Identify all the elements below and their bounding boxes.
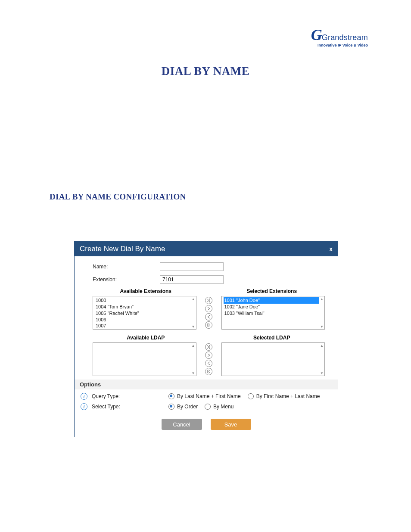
selected-extensions-wrap: 1001 "John Doe"1002 "Jane Doe"1003 "Will… [221, 296, 325, 330]
query-type-label: Query Type: [92, 393, 165, 399]
radio-button[interactable] [248, 393, 254, 399]
scroll-up-icon[interactable]: ▲ [319, 343, 324, 348]
section-heading: DIAL BY NAME CONFIGURATION [50, 192, 411, 202]
list-item[interactable]: 1007 [95, 323, 191, 329]
list-item[interactable]: 1003 "William Tsai" [224, 310, 320, 317]
move-left-button[interactable] [205, 360, 212, 367]
create-dial-by-name-dialog: Create New Dial By Name x Name: Extensio… [74, 241, 338, 437]
name-row: Name: [93, 262, 325, 271]
available-ldap-heading: Available LDAP [93, 335, 199, 341]
scroll-down-icon[interactable]: ▼ [191, 370, 196, 376]
selected-extensions-heading: Selected Extensions [219, 288, 325, 294]
info-icon[interactable]: i [81, 403, 87, 410]
radio-label: By Last Name + First Name [177, 393, 241, 399]
extensions-headings: Available Extensions Selected Extensions [93, 288, 325, 294]
scroll-up-icon[interactable]: ▲ [191, 296, 196, 302]
extension-label: Extension: [93, 277, 160, 283]
cancel-button[interactable]: Cancel [162, 419, 202, 430]
ldap-headings: Available LDAP Selected LDAP [93, 335, 325, 341]
radio-button[interactable] [168, 404, 174, 410]
list-item[interactable]: 1004 "Tom Bryan" [95, 304, 191, 310]
info-icon[interactable]: i [81, 393, 87, 400]
move-all-left-button[interactable] [205, 321, 212, 329]
move-all-right-button[interactable] [205, 297, 212, 304]
page-title: DIAL BY NAME [0, 65, 411, 78]
list-item[interactable]: 1000 [95, 297, 191, 304]
ldap-transfer-buttons [196, 343, 221, 375]
available-ldap-wrap: ▲ ▼ [93, 342, 196, 376]
scroll-down-icon[interactable]: ▼ [191, 324, 196, 329]
scroll-down-icon[interactable]: ▼ [319, 324, 324, 329]
dialog-title: Create New Dial By Name [80, 245, 165, 253]
move-all-right-button[interactable] [205, 343, 212, 351]
scroll-down-icon[interactable]: ▼ [319, 370, 324, 376]
ldap-dual-list: ▲ ▼ ▲ ▼ [93, 342, 325, 376]
save-button[interactable]: Save [211, 419, 251, 430]
dialog-footer: Cancel Save [75, 414, 338, 437]
scroll-up-icon[interactable]: ▲ [319, 296, 324, 302]
radio-label: By Menu [213, 404, 234, 410]
move-right-button[interactable] [205, 305, 212, 312]
scroll-up-icon[interactable]: ▲ [191, 343, 196, 348]
extensions-transfer-buttons [196, 297, 221, 329]
radio-label: By First Name + Last Name [256, 393, 320, 399]
extensions-dual-list: 10001004 "Tom Bryan"1005 "Rachel White"1… [93, 296, 325, 330]
close-icon[interactable]: x [329, 246, 333, 252]
move-right-button[interactable] [205, 352, 212, 359]
query-type-row: i Query Type: By Last Name + First NameB… [81, 393, 325, 400]
list-item[interactable]: 1005 "Rachel White" [95, 310, 191, 317]
available-ldap-listbox[interactable] [93, 342, 196, 376]
brand-logo: GGrandstream Innovative IP Voice & Video [311, 26, 368, 47]
selected-ldap-listbox[interactable] [221, 342, 325, 376]
radio-button[interactable] [205, 404, 211, 410]
name-label: Name: [93, 264, 160, 270]
brand-name: Grandstream [322, 33, 368, 42]
selected-extensions-listbox[interactable]: 1001 "John Doe"1002 "Jane Doe"1003 "Will… [221, 296, 325, 330]
select-type-group: By OrderBy Menu [168, 404, 238, 410]
extension-input[interactable] [160, 275, 224, 284]
list-item[interactable]: 1006 [95, 317, 191, 323]
available-extensions-heading: Available Extensions [93, 288, 199, 294]
available-extensions-listbox[interactable]: 10001004 "Tom Bryan"1005 "Rachel White"1… [93, 296, 196, 330]
radio-label: By Order [177, 404, 198, 410]
brand-logo-mark: G [311, 26, 322, 44]
radio-button[interactable] [168, 393, 174, 399]
brand-tagline: Innovative IP Voice & Video [311, 43, 368, 47]
move-all-left-button[interactable] [205, 368, 212, 375]
list-item[interactable]: 1001 "John Doe" [224, 297, 320, 304]
extension-row: Extension: [93, 275, 325, 284]
query-type-group: By Last Name + First NameBy First Name +… [168, 393, 324, 399]
dialog-body: Name: Extension: Available Extensions Se… [75, 256, 338, 414]
selected-ldap-heading: Selected LDAP [219, 335, 325, 341]
select-type-row: i Select Type: By OrderBy Menu [81, 403, 325, 410]
options-heading: Options [75, 380, 338, 389]
select-type-label: Select Type: [92, 404, 165, 410]
selected-ldap-wrap: ▲ ▼ [221, 342, 325, 376]
move-left-button[interactable] [205, 313, 212, 320]
dialog-header: Create New Dial By Name x [75, 242, 338, 256]
available-extensions-wrap: 10001004 "Tom Bryan"1005 "Rachel White"1… [93, 296, 196, 330]
name-input[interactable] [160, 262, 224, 271]
list-item[interactable]: 1002 "Jane Doe" [224, 304, 320, 310]
